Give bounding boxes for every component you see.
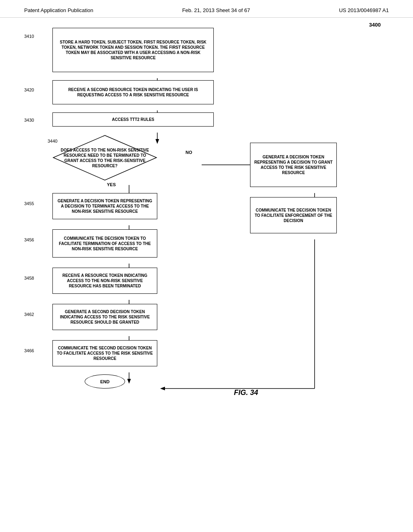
node-3440: DOES ACCESS TO THE NON-RISK SENSITIVE RE… <box>52 135 157 181</box>
label-3410: 3410 <box>24 34 34 39</box>
node-3456: COMMUNICATE THE DECISION TOKEN TO FACILI… <box>52 229 157 258</box>
label-3458: 3458 <box>24 276 34 281</box>
label-3462: 3462 <box>24 312 34 317</box>
no-label: NO <box>186 150 192 155</box>
fig-label: FIG. 34 <box>234 389 258 397</box>
label-3430: 3430 <box>24 118 34 123</box>
node-3458: RECEIVE A RESOURCE TOKEN INDICATING ACCE… <box>52 268 157 294</box>
node-3450: GENERATE A DECISION TOKEN REPRESENTING A… <box>250 143 337 187</box>
node-3430: ACCESS TTT2 RULES <box>52 112 214 127</box>
diagram-number: 3400 <box>369 22 381 28</box>
header-right: US 2013/0046987 A1 <box>339 7 389 13</box>
node-3466: COMMUNICATE THE SECOND DECISION TOKEN TO… <box>52 340 157 366</box>
end-node: END <box>85 374 125 389</box>
node-3455: GENERATE A DECISION TOKEN REPRESENTING A… <box>52 193 157 219</box>
page-header: Patent Application Publication Feb. 21, … <box>0 0 413 18</box>
label-3420: 3420 <box>24 87 34 92</box>
label-3466: 3466 <box>24 348 34 353</box>
label-3455: 3455 <box>24 201 34 206</box>
node-3420: RECEIVE A SECOND RESOURCE TOKEN INDICATI… <box>52 80 214 104</box>
label-3456: 3456 <box>24 237 34 242</box>
yes-label: YES <box>107 182 116 187</box>
header-left: Patent Application Publication <box>24 7 93 13</box>
node-3410: STORE A HARD TOKEN, SUBJECT TOKEN, FIRST… <box>52 28 214 72</box>
node-3462: GENERATE A SECOND DECISION TOKEN INDICAT… <box>52 304 157 330</box>
diagram-area: 3400 3410 STORE A <box>0 18 413 34</box>
header-middle: Feb. 21, 2013 Sheet 34 of 67 <box>182 7 250 13</box>
node-3451: COMMUNICATE THE DECISION TOKEN TO FACILI… <box>250 197 337 233</box>
